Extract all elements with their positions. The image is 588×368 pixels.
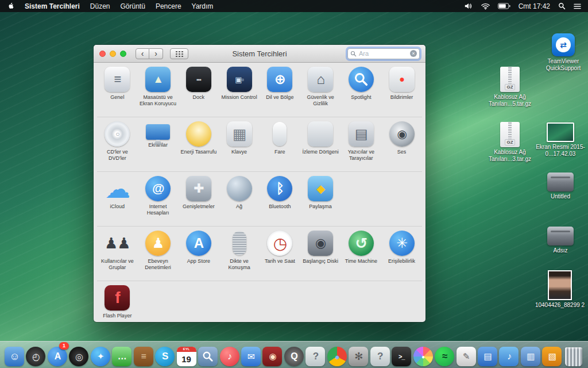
menu-app-name[interactable]: Sistem Tercihleri: [25, 2, 80, 10]
menu-clock[interactable]: Cmt 17:42: [519, 2, 550, 10]
spotlight-icon[interactable]: [558, 2, 566, 10]
wifi-icon[interactable]: [481, 3, 490, 10]
camera-icon-tile: ◎: [69, 347, 88, 366]
teamviewer-quicksupport[interactable]: ⇄TeamViewer QuickSupport: [537, 33, 588, 72]
photo-booth-icon[interactable]: ◉: [262, 343, 283, 366]
back-button[interactable]: ‹: [136, 48, 149, 59]
menu-yardım[interactable]: Yardım: [192, 2, 214, 10]
clear-search-button[interactable]: ×: [410, 50, 417, 57]
keyboard-icon[interactable]: ▦Klavye: [219, 121, 260, 170]
mail-icon[interactable]: ✉: [241, 343, 261, 366]
close-button[interactable]: [99, 51, 106, 57]
language-region-icon[interactable]: ⊕Dil ve Bölge: [260, 67, 300, 116]
archive-file-2[interactable]: GZKablosuz Ağ Tanıları...3.tar.gz: [483, 122, 536, 163]
forward-button[interactable]: ›: [149, 48, 163, 59]
photo-file[interactable]: 10404426_88299 2: [533, 270, 586, 309]
missing-app-icon-2[interactable]: ?: [370, 343, 390, 366]
textedit-icon-tile: ✎: [457, 347, 476, 366]
startup-disk-icon[interactable]: ◉Başlangıç Diski: [300, 231, 341, 279]
system-preferences-icon[interactable]: ✻: [348, 343, 369, 366]
bluetooth-icon[interactable]: ᛒBluetooth: [260, 176, 300, 225]
app-store-pref-icon[interactable]: AApp Store: [179, 231, 219, 279]
textedit-icon[interactable]: ✎: [456, 343, 477, 366]
search-field[interactable]: Ara ×: [347, 48, 420, 59]
show-all-button[interactable]: [170, 48, 188, 59]
desktop[interactable]: Sistem TercihleriDüzenGörüntüPencereYard…: [0, 0, 588, 368]
app-blue-icon[interactable]: ▥: [520, 343, 541, 366]
calendar-icon[interactable]: EYL19: [176, 343, 197, 366]
search-icon: [350, 51, 357, 57]
archive-file-1[interactable]: GZKablosuz Ağ Tanıları...5.tar.gz: [483, 67, 536, 108]
itunes-icon[interactable]: ♪: [219, 343, 240, 366]
dock: ☺◴A1◎✦…≡SEYL19♪✉◉Q?●✻?>_●≈✎▤♪▥▧: [0, 341, 588, 368]
ibooks-icon[interactable]: ▧: [541, 343, 562, 366]
music-app-icon[interactable]: ♪: [498, 343, 519, 366]
photos-icon[interactable]: ●: [413, 343, 434, 366]
cds-dvds-icon[interactable]: ○CD'ler ve DVD'ler: [97, 121, 138, 170]
preview-icon[interactable]: [198, 343, 218, 366]
sound-icon[interactable]: ◉Ses: [381, 121, 422, 170]
minimize-button[interactable]: [110, 51, 116, 57]
pref-label: Dikte ve Konuşma: [220, 258, 259, 271]
security-privacy-icon[interactable]: ⌂Güvenlik ve Gizlilik: [300, 67, 341, 116]
mouse-icon[interactable]: Fare: [260, 121, 300, 170]
parental-controls-icon[interactable]: ♟Ebeveyn Denetimleri: [138, 231, 179, 279]
desk-label: Adsız: [553, 247, 567, 254]
spotify-icon[interactable]: ≈: [434, 343, 455, 366]
desktop-screensaver-icon[interactable]: ▲Masaüstü ve Ekran Koruyucu: [138, 67, 179, 116]
trackpad-icon[interactable]: İzleme Dörtgeni: [300, 121, 341, 170]
menu-düzen[interactable]: Düzen: [90, 2, 110, 10]
spotlight-pref-icon[interactable]: Spotlight: [341, 67, 382, 116]
camera-icon[interactable]: ◎: [68, 343, 89, 366]
displays-icon[interactable]: Ekranlar: [138, 121, 179, 170]
documents-icon[interactable]: ▤: [477, 343, 498, 366]
safari-icon[interactable]: ✦: [90, 343, 111, 366]
disk-untitled[interactable]: Untitled: [534, 172, 587, 200]
extensions-icon[interactable]: ✚Genişletmeler: [179, 176, 219, 225]
network-icon[interactable]: Ağ: [219, 176, 260, 225]
general-icon[interactable]: ≡Genel: [97, 67, 138, 116]
internet-accounts-icon[interactable]: @Internet Hesapları: [138, 176, 179, 225]
battery-icon[interactable]: [498, 3, 510, 9]
contacts-icon[interactable]: ≡: [133, 343, 154, 366]
pref-label: İzleme Dörtgeni: [303, 149, 339, 155]
pref-label: Dock: [193, 94, 205, 101]
preference-grid: ≡Genel▲Masaüstü ve Ekran Koruyucu▪▪▪Dock…: [94, 63, 425, 322]
users-groups-icon[interactable]: ♟♟Kullanıcılar ve Gruplar: [97, 231, 138, 279]
nav-buttons: ‹ ›: [136, 48, 163, 59]
finder-icon[interactable]: ☺: [4, 343, 25, 366]
energy-saver-icon[interactable]: Enerji Tasarrufu: [179, 121, 219, 170]
skype-icon[interactable]: S: [154, 343, 175, 366]
notifications-icon[interactable]: ●Bildirimler: [381, 67, 422, 116]
sharing-icon[interactable]: ◆Paylaşma: [300, 176, 341, 225]
flash-player-icon[interactable]: fFlash Player: [97, 285, 138, 322]
pref-label: Genel: [110, 94, 124, 101]
missing-app-icon-1[interactable]: ?: [305, 343, 326, 366]
disk-adsiz[interactable]: Adsız: [534, 227, 587, 254]
accessibility-icon[interactable]: ✳Erişilebilirlik: [381, 231, 422, 279]
volume-icon[interactable]: [464, 2, 473, 10]
printers-scanners-icon[interactable]: ▤Yazıcılar ve Tarayıcılar: [341, 121, 382, 170]
chrome-icon[interactable]: ●: [327, 343, 347, 366]
dashboard-icon[interactable]: ◴: [25, 343, 46, 366]
icloud-icon[interactable]: ☁iCloud: [97, 176, 138, 225]
date-time-icon[interactable]: ◷Tarih ve Saat: [260, 231, 300, 279]
menu-görüntü[interactable]: Görüntü: [121, 2, 145, 10]
trash-icon[interactable]: [563, 343, 584, 366]
screenshot-file[interactable]: Ekran Resmi 2015-0...17.42.03: [534, 122, 587, 158]
dock-icon[interactable]: ▪▪▪Dock: [179, 67, 219, 116]
pref-row: ≡Genel▲Masaüstü ve Ekran Koruyucu▪▪▪Dock…: [97, 63, 422, 117]
app-store-icon[interactable]: A1: [47, 343, 68, 366]
apple-logo-icon[interactable]: [7, 2, 14, 10]
window-titlebar[interactable]: ‹ › Sistem Tercihleri Ara ×: [94, 45, 425, 63]
dictation-speech-icon[interactable]: Dikte ve Konuşma: [219, 231, 260, 279]
quicktime-icon[interactable]: Q: [284, 343, 304, 366]
terminal-icon[interactable]: >_: [391, 343, 412, 366]
pref-label: Erişilebilirlik: [388, 258, 415, 264]
zoom-button[interactable]: [120, 51, 126, 57]
messages-icon[interactable]: …: [111, 343, 132, 366]
menu-pencere[interactable]: Pencere: [156, 2, 181, 10]
notification-center-icon[interactable]: [574, 3, 581, 10]
mission-control-icon[interactable]: ▣▫Mission Control: [219, 67, 260, 116]
time-machine-icon[interactable]: ↺Time Machine: [341, 231, 382, 279]
